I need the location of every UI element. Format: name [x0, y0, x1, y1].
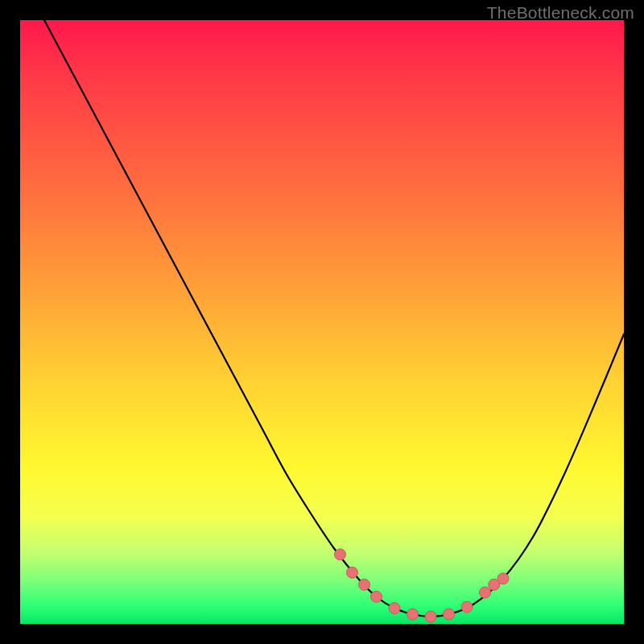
marker-point: [347, 567, 358, 578]
bottleneck-curve: [44, 20, 624, 617]
marker-point: [335, 549, 346, 560]
marker-point: [359, 579, 370, 590]
marker-point: [444, 609, 455, 620]
chart-frame: TheBottleneck.com: [0, 0, 644, 644]
marker-group: [335, 549, 510, 622]
marker-point: [461, 601, 473, 613]
marker-point: [407, 609, 419, 620]
marker-point: [389, 603, 400, 614]
chart-plot-area: [20, 20, 624, 624]
marker-point: [497, 573, 509, 584]
marker-point: [480, 587, 491, 598]
chart-svg: [20, 20, 624, 624]
marker-point: [425, 611, 436, 622]
watermark-text: TheBottleneck.com: [487, 3, 634, 23]
marker-point: [371, 591, 382, 602]
